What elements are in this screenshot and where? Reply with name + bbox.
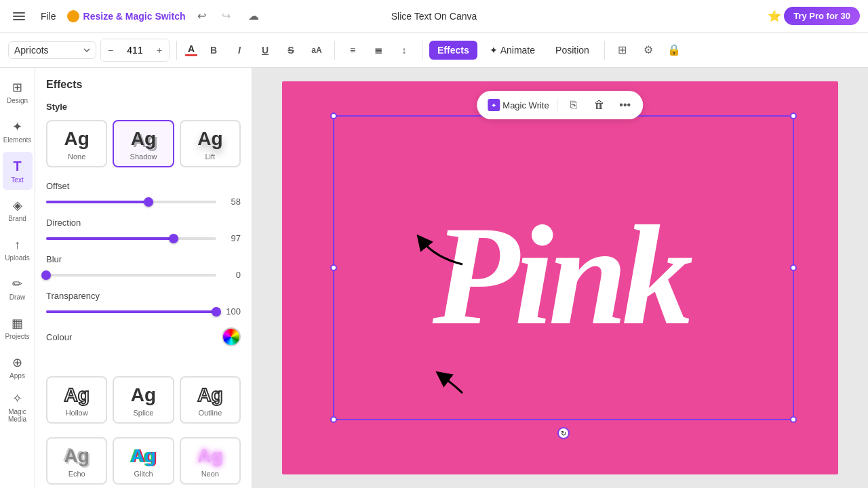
redo-button[interactable]: ↪ bbox=[216, 5, 237, 27]
blur-thumb[interactable] bbox=[41, 270, 51, 280]
brand-logo: Resize & Magic Switch bbox=[67, 10, 186, 22]
menu-button[interactable] bbox=[8, 5, 30, 27]
copy-button[interactable]: ⎘ bbox=[564, 95, 584, 115]
handle-bottom-left[interactable] bbox=[330, 416, 337, 423]
brand-name: Resize & Magic Switch bbox=[83, 11, 186, 22]
line-height-button[interactable]: ↕ bbox=[393, 39, 415, 61]
grid-button[interactable]: ⊞ bbox=[612, 39, 633, 61]
handle-middle-right[interactable] bbox=[790, 264, 797, 271]
offset-slider-row: 58 bbox=[46, 197, 241, 207]
animate-button[interactable]: ✦ Animate bbox=[481, 41, 543, 60]
sidebar-item-uploads[interactable]: ↑ Uploads bbox=[3, 230, 33, 268]
colour-picker[interactable] bbox=[222, 327, 241, 346]
file-menu[interactable]: File bbox=[35, 8, 62, 24]
magic-media-icon: ✧ bbox=[12, 391, 22, 406]
effects-button[interactable]: Effects bbox=[429, 41, 477, 60]
direction-thumb[interactable] bbox=[169, 234, 178, 243]
case-button[interactable]: aA bbox=[306, 39, 328, 61]
colour-label: Colour bbox=[46, 332, 72, 342]
style-lift[interactable]: Ag Lift bbox=[180, 120, 241, 167]
delete-button[interactable]: 🗑 bbox=[589, 95, 610, 115]
style-lift-label: Lift bbox=[205, 152, 215, 161]
style-splice[interactable]: Ag Splice bbox=[113, 376, 174, 424]
text-color-button[interactable]: A bbox=[184, 43, 199, 58]
style-echo[interactable]: Ag Echo bbox=[46, 437, 107, 485]
offset-value: 58 bbox=[222, 197, 241, 207]
style-splice-text: Ag bbox=[131, 386, 156, 405]
canvas-area[interactable]: Pink ↻ ✦ Magic Write ⎘ 🗑 bbox=[252, 68, 868, 488]
style-shadow-text: Ag bbox=[131, 129, 156, 148]
try-pro-button[interactable]: Try Pro for 30 bbox=[784, 7, 860, 25]
blur-track[interactable] bbox=[46, 274, 216, 277]
sidebar-item-text[interactable]: T Text bbox=[3, 152, 33, 190]
style-neon[interactable]: Ag Neon bbox=[180, 437, 241, 485]
style-none[interactable]: Ag None bbox=[46, 120, 107, 167]
sidebar-item-projects[interactable]: ▦ Projects bbox=[3, 309, 33, 347]
bold-button[interactable]: B bbox=[203, 39, 224, 61]
style-outline[interactable]: Ag Outline bbox=[180, 376, 241, 424]
style-hollow-label: Hollow bbox=[66, 409, 88, 417]
handle-bottom-right[interactable] bbox=[790, 416, 797, 423]
style-glitch-text: Ag bbox=[131, 447, 156, 466]
left-sidebar: ⊞ Design ✦ Elements T Text ◈ Brand ↑ Upl… bbox=[0, 68, 35, 488]
rotate-handle[interactable]: ↻ bbox=[557, 427, 570, 439]
transparency-thumb[interactable] bbox=[212, 307, 221, 317]
svg-rect-2 bbox=[13, 19, 25, 20]
font-size-decrease[interactable]: − bbox=[101, 39, 120, 61]
sidebar-item-apps[interactable]: ⊕ Apps bbox=[3, 348, 33, 386]
handle-top-left[interactable] bbox=[330, 113, 337, 119]
transparency-value: 100 bbox=[222, 306, 241, 317]
font-size-increase[interactable]: + bbox=[150, 39, 169, 61]
font-name: Apricots bbox=[14, 45, 49, 56]
sidebar-item-design[interactable]: ⊞ Design bbox=[3, 73, 33, 111]
strikethrough-button[interactable]: S bbox=[280, 39, 302, 61]
lock-button[interactable]: 🔒 bbox=[663, 39, 685, 61]
sidebar-label-apps: Apps bbox=[9, 372, 25, 380]
align-list-button[interactable]: ≣ bbox=[368, 39, 389, 61]
align-left-button[interactable]: ≡ bbox=[342, 39, 363, 61]
magic-write-label: Magic Write bbox=[502, 100, 549, 110]
handle-middle-left[interactable] bbox=[330, 264, 337, 271]
divider-4 bbox=[604, 41, 605, 60]
italic-button[interactable]: I bbox=[229, 39, 250, 61]
offset-track[interactable] bbox=[46, 201, 216, 203]
style-glitch[interactable]: Ag Glitch bbox=[113, 437, 174, 485]
panel-title: Effects bbox=[46, 79, 241, 91]
selection-box: ↻ bbox=[333, 115, 794, 420]
sidebar-item-draw[interactable]: ✏ Draw bbox=[3, 270, 33, 308]
sidebar-label-draw: Draw bbox=[9, 293, 25, 301]
font-selector[interactable]: Apricots bbox=[8, 41, 96, 59]
underline-button[interactable]: U bbox=[254, 39, 276, 61]
direction-track[interactable] bbox=[46, 237, 216, 240]
style-outline-label: Outline bbox=[198, 409, 222, 417]
direction-value: 97 bbox=[222, 233, 241, 243]
style-echo-text: Ag bbox=[64, 447, 90, 466]
sidebar-label-text: Text bbox=[11, 176, 23, 184]
style-shadow[interactable]: Ag Shadow bbox=[113, 120, 174, 167]
filter-button[interactable]: ⚙ bbox=[637, 39, 659, 61]
blur-slider-row: 0 bbox=[46, 270, 241, 280]
style-hollow-text: Ag bbox=[64, 386, 90, 405]
transparency-track[interactable] bbox=[46, 310, 216, 313]
offset-thumb[interactable] bbox=[144, 197, 153, 207]
handle-top-right[interactable] bbox=[790, 113, 797, 119]
style-none-text: Ag bbox=[64, 129, 90, 148]
direction-slider-row: 97 bbox=[46, 233, 241, 243]
more-button[interactable]: ••• bbox=[615, 95, 635, 115]
undo-button[interactable]: ↩ bbox=[191, 5, 213, 27]
direction-label: Direction bbox=[46, 218, 241, 228]
style-hollow[interactable]: Ag Hollow bbox=[46, 376, 107, 424]
sidebar-item-elements[interactable]: ✦ Elements bbox=[3, 113, 33, 150]
topbar-right: ⭐ Try Pro for 30 bbox=[580, 7, 860, 25]
font-size-input[interactable]: 411 bbox=[121, 39, 149, 61]
sidebar-item-magic-media[interactable]: ✧ Magic Media bbox=[3, 388, 33, 426]
save-cloud-button[interactable]: ☁ bbox=[243, 5, 264, 27]
sidebar-item-brand[interactable]: ◈ Brand bbox=[3, 191, 33, 229]
magic-write-button[interactable]: ✦ Magic Write bbox=[485, 98, 551, 113]
transparency-section: Transparency 100 bbox=[46, 291, 241, 317]
projects-icon: ▦ bbox=[12, 316, 23, 331]
position-button[interactable]: Position bbox=[547, 41, 597, 60]
elements-icon: ✦ bbox=[12, 119, 22, 134]
style-glitch-label: Glitch bbox=[134, 470, 153, 478]
topbar-left: File Resize & Magic Switch ↩ ↪ ☁ bbox=[8, 5, 288, 27]
